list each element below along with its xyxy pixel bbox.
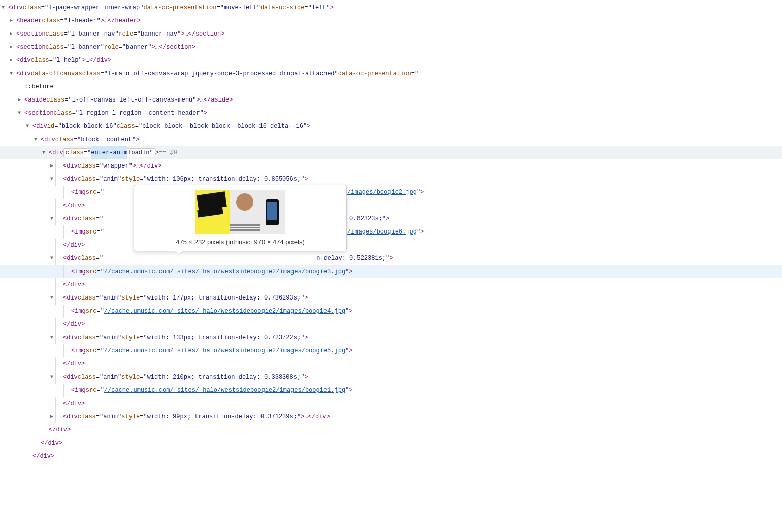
dom-tree-row[interactable]: <img src="//cache.umusic.com/_sites/_hal… xyxy=(0,305,782,318)
expand-arrow-icon[interactable]: ▶ xyxy=(8,14,14,27)
expand-arrow-icon[interactable]: ▶ xyxy=(8,41,14,54)
dom-tree-row[interactable]: </div> xyxy=(0,199,782,212)
dom-tree-row[interactable]: ▼<div class="anim" style="width: 177px; … xyxy=(0,291,782,305)
dom-tree-row[interactable]: ▼<div class="l-page-wrapper inner-wrap" … xyxy=(0,1,782,14)
dom-tree-row[interactable]: <img src="//cache.umusic.com/_sites/_hal… xyxy=(0,265,782,278)
expand-arrow-icon[interactable]: ▼ xyxy=(41,146,47,159)
selected-attribute-box[interactable]: class="enter-anim loadin" xyxy=(63,148,155,157)
dom-tree-row[interactable]: ▶<div class="anim" style="width: 99px; t… xyxy=(0,410,782,423)
dom-tree-row[interactable]: ▶<div class="wrapper">…</div> xyxy=(0,159,782,173)
dom-tree-row[interactable]: </div> xyxy=(0,278,782,291)
dom-tree-row[interactable]: </div> xyxy=(0,357,782,371)
dom-tree-row[interactable]: ▼<section class="l-region l-region--cont… xyxy=(0,107,782,120)
dom-tree-row[interactable]: ▶<section class="l-banner" role="banner"… xyxy=(0,41,782,54)
dom-tree-row[interactable]: ▼<div id="block-block-16" class="block b… xyxy=(0,120,782,133)
expand-arrow-icon[interactable]: ▶ xyxy=(16,93,22,107)
expand-arrow-icon[interactable]: ▶ xyxy=(49,410,55,423)
dom-tree-row[interactable]: <img src="sideboogie2/images/boogie2.jpg… xyxy=(0,186,782,199)
url-link[interactable]: //cache.umusic.com/_sites/_halo/westside… xyxy=(104,344,345,357)
dom-tree-row[interactable]: <img src="//cache.umusic.com/_sites/_hal… xyxy=(0,344,782,357)
dom-tree-row[interactable]: ::before xyxy=(0,80,782,93)
dom-tree-row[interactable]: </div> xyxy=(0,450,782,463)
dom-tree-row[interactable]: </div> xyxy=(0,437,782,450)
dom-tree-row[interactable]: <img src="//cache.umusic.com/_sites/_hal… xyxy=(0,384,782,397)
elements-panel: ▼<div class="l-page-wrapper inner-wrap" … xyxy=(0,0,782,463)
expand-arrow-icon[interactable]: ▶ xyxy=(8,27,14,41)
expand-arrow-icon[interactable]: ▼ xyxy=(49,291,55,305)
image-dimensions-text: 475 × 232 pixels (intrinsic: 970 × 474 p… xyxy=(138,238,342,247)
dom-tree-row[interactable]: ▶<div class="l-help">…</div> xyxy=(0,54,782,67)
dom-tree-row[interactable]: ▼<div class="enter-anim loadin"> == $0 xyxy=(0,146,782,159)
expand-arrow-icon[interactable]: ▼ xyxy=(24,120,30,133)
dom-tree-row[interactable]: ▼<div class="anim" style="width: 133px; … xyxy=(0,331,782,344)
image-hover-tooltip: 475 × 232 pixels (intrinsic: 970 × 474 p… xyxy=(134,185,347,251)
expand-arrow-icon[interactable]: ▼ xyxy=(16,107,22,120)
dom-tree-row[interactable]: <img src="sideboogie2/images/boogie6.jpg… xyxy=(0,225,782,239)
dom-tree-row[interactable]: ▼<div class="anim" style="width: 106px; … xyxy=(0,173,782,186)
expand-arrow-icon[interactable]: ▶ xyxy=(8,54,14,67)
expand-arrow-icon[interactable]: ▼ xyxy=(49,371,55,384)
url-link[interactable]: //cache.umusic.com/_sites/_halo/westside… xyxy=(104,305,345,318)
expand-arrow-icon[interactable]: ▼ xyxy=(32,133,39,146)
expand-arrow-icon[interactable]: ▼ xyxy=(49,252,55,265)
expand-arrow-icon[interactable]: ▼ xyxy=(49,173,55,186)
dom-tree-row[interactable]: ▼<div data-offcanvas class="l-main off-c… xyxy=(0,67,782,80)
dom-tree-row[interactable]: ▶<section class="l-banner-nav" role="ban… xyxy=(0,27,782,41)
dom-tree-row[interactable]: ▼<div class="n-delay: 0.522381s;"> xyxy=(0,252,782,265)
dom-tree-row[interactable]: ▶<header class="l-header">…</header> xyxy=(0,14,782,27)
dom-tree-row[interactable]: </div> xyxy=(0,397,782,410)
dom-tree-row[interactable]: ▼<div class="block__content"> xyxy=(0,133,782,146)
dom-tree-row[interactable]: </div> xyxy=(0,239,782,252)
dom-tree-row[interactable]: </div> xyxy=(0,423,782,437)
dom-tree-row[interactable]: ▶<aside class="l-off-canvas left-off-can… xyxy=(0,93,782,107)
url-link[interactable]: //cache.umusic.com/_sites/_halo/westside… xyxy=(104,265,345,278)
dom-tree-row[interactable]: </div> xyxy=(0,318,782,331)
expand-arrow-icon[interactable]: ▼ xyxy=(0,1,6,14)
expand-arrow-icon[interactable]: ▶ xyxy=(49,159,55,173)
dom-tree-row[interactable]: ▼<div class="anim" style="width: 210px; … xyxy=(0,371,782,384)
image-thumbnail xyxy=(196,190,285,234)
url-link[interactable]: //cache.umusic.com/_sites/_halo/westside… xyxy=(104,384,345,397)
expand-arrow-icon[interactable]: ▼ xyxy=(49,212,55,225)
dom-tree-row[interactable]: ▼<div class="n-delay: 0.62323s;"> xyxy=(0,212,782,225)
expand-arrow-icon[interactable]: ▼ xyxy=(8,67,14,80)
expand-arrow-icon[interactable]: ▼ xyxy=(49,331,55,344)
